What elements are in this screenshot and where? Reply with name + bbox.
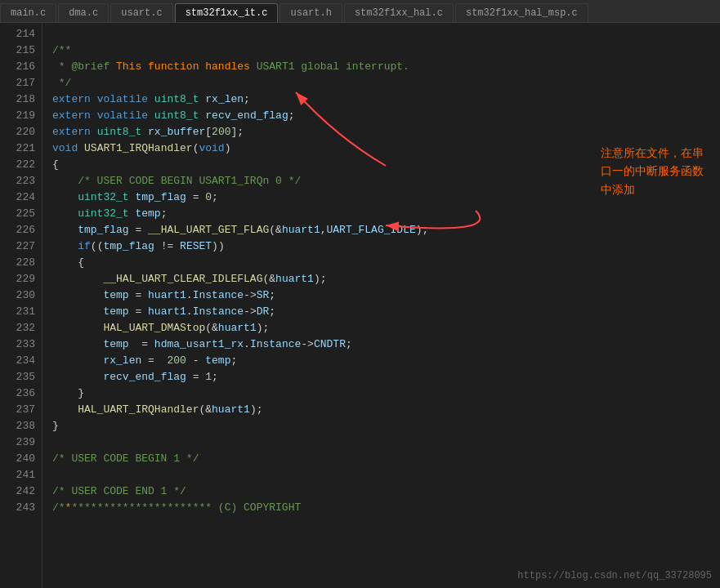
code-line-227: if((tmp_flag != RESET)) [52,238,720,255]
line-number-241: 241 [0,467,42,483]
line-number-221: 221 [0,140,42,157]
line-number-219: 219 [0,108,42,124]
line-number-242: 242 [0,483,42,500]
code-line-233: temp = hdma_usart1_rx.Instance->CNDTR; [52,336,720,353]
code-line-217: */ [52,75,720,91]
code-line-235: recv_end_flag = 1; [52,369,720,385]
line-number-225: 225 [0,206,42,222]
code-line-239 [52,434,720,451]
tab-dma_c[interactable]: dma.c [58,3,109,22]
code-line-216: * @brief This function handles USART1 gl… [52,59,720,75]
code-line-226: tmp_flag = __HAL_UART_GET_FLAG(&huart1,U… [52,222,720,238]
line-number-220: 220 [0,124,42,140]
code-line-229: __HAL_UART_CLEAR_IDLEFLAG(&huart1); [52,271,720,287]
line-number-237: 237 [0,402,42,418]
code-line-234: rx_len = 200 - temp; [52,353,720,369]
line-number-223: 223 [0,173,42,189]
code-area: 注意所在文件，在串口一的中断服务函数中添加 /** * @brief This … [42,23,720,588]
line-number-222: 222 [0,157,42,173]
line-number-215: 215 [0,42,42,59]
code-line-231: temp = huart1.Instance->DR; [52,304,720,320]
code-line-230: temp = huart1.Instance->SR; [52,287,720,304]
line-number-217: 217 [0,75,42,91]
code-line-228: { [52,255,720,271]
line-number-224: 224 [0,189,42,206]
tab-bar: main.cdma.cusart.cstm32f1xx_it.cusart.hs… [0,0,720,23]
code-line-225: uint32_t temp; [52,206,720,222]
code-line-223: /* USER CODE BEGIN USART1_IRQn 0 */ [52,173,720,189]
line-number-230: 230 [0,287,42,304]
code-line-238: } [52,418,720,434]
code-line-243: /************************ (C) COPYRIGHT [52,500,720,516]
line-number-234: 234 [0,353,42,369]
code-line-222: { [52,157,720,173]
line-number-218: 218 [0,91,42,108]
line-number-243: 243 [0,500,42,516]
tab-stm32f1xx_it_c[interactable]: stm32f1xx_it.c [175,3,279,22]
code-line-241 [52,467,720,483]
tab-main_c[interactable]: main.c [0,3,56,22]
line-number-229: 229 [0,271,42,287]
line-numbers: 2142152162172182192202212222232242252262… [0,23,42,588]
line-number-238: 238 [0,418,42,434]
line-number-236: 236 [0,385,42,402]
code-line-232: HAL_UART_DMAStop(&huart1); [52,320,720,336]
line-number-240: 240 [0,451,42,467]
code-line-240: /* USER CODE BEGIN 1 */ [52,451,720,467]
line-number-226: 226 [0,222,42,238]
code-line-236: } [52,385,720,402]
line-number-235: 235 [0,369,42,385]
line-number-232: 232 [0,320,42,336]
line-number-231: 231 [0,304,42,320]
line-number-214: 214 [0,26,42,42]
tab-stm32f1xx_hal_c[interactable]: stm32f1xx_hal.c [344,3,454,22]
code-line-218: extern volatile uint8_t rx_len; [52,91,720,108]
tab-usart_h[interactable]: usart.h [280,3,342,22]
code-line-219: extern volatile uint8_t recv_end_flag; [52,108,720,124]
code-line-242: /* USER CODE END 1 */ [52,483,720,500]
tab-stm32f1xx_hal_msp_c[interactable]: stm32f1xx_hal_msp.c [455,3,588,22]
line-number-216: 216 [0,59,42,75]
code-line-214 [52,26,720,42]
line-number-228: 228 [0,255,42,271]
code-line-224: uint32_t tmp_flag = 0; [52,189,720,206]
line-number-233: 233 [0,336,42,353]
tab-usart_c[interactable]: usart.c [110,3,172,22]
code-line-215: /** [52,42,720,59]
code-line-237: HAL_UART_IRQHandler(&huart1); [52,402,720,418]
line-number-239: 239 [0,434,42,451]
url-label: https://blog.csdn.net/qq_33728095 [517,570,712,581]
code-line-221: void USART1_IRQHandler(void) [52,140,720,157]
code-line-220: extern uint8_t rx_buffer[200]; [52,124,720,140]
line-number-227: 227 [0,238,42,255]
